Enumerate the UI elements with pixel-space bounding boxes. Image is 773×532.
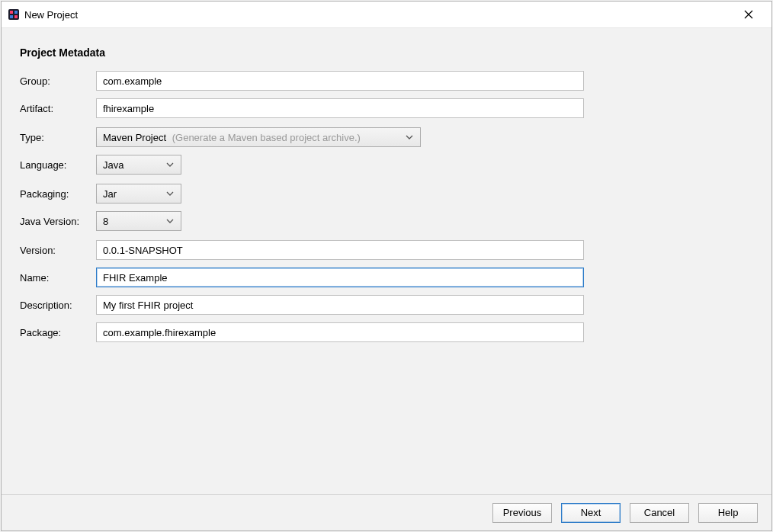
label-description: Description:	[20, 300, 96, 311]
description-field[interactable]	[96, 295, 584, 315]
window-title: New Project	[24, 9, 733, 21]
name-field[interactable]	[96, 268, 584, 287]
language-value: Java	[103, 159, 164, 171]
java-version-dropdown[interactable]: 8	[96, 211, 181, 231]
label-artifact: Artifact:	[20, 103, 96, 114]
label-type: Type:	[20, 132, 96, 143]
svg-rect-1	[10, 11, 13, 14]
app-icon	[8, 8, 20, 21]
new-project-dialog: New Project Project Metadata Group: Arti…	[1, 1, 772, 531]
label-packaging: Packaging:	[20, 188, 96, 200]
svg-rect-4	[14, 15, 18, 18]
label-language: Language:	[20, 159, 96, 171]
package-field[interactable]	[96, 322, 584, 342]
label-name: Name:	[20, 272, 96, 284]
type-hint: (Generate a Maven based project archive.…	[172, 132, 361, 143]
close-button[interactable]	[733, 3, 764, 26]
next-button[interactable]: Next	[561, 503, 621, 523]
java-version-value: 8	[103, 216, 164, 227]
svg-rect-3	[10, 15, 13, 18]
chevron-down-icon	[164, 219, 176, 223]
dialog-content: Project Metadata Group: Artifact: Type: …	[2, 27, 771, 494]
previous-button[interactable]: Previous	[492, 503, 552, 523]
chevron-down-icon	[403, 135, 415, 139]
artifact-field[interactable]	[96, 98, 584, 118]
version-field[interactable]	[96, 240, 584, 260]
group-field[interactable]	[96, 71, 584, 91]
titlebar: New Project	[2, 2, 771, 27]
label-group: Group:	[20, 75, 96, 87]
label-java-version: Java Version:	[20, 216, 96, 227]
chevron-down-icon	[164, 162, 176, 167]
svg-rect-2	[14, 11, 18, 14]
label-package: Package:	[20, 327, 96, 338]
language-dropdown[interactable]: Java	[96, 155, 181, 175]
help-button[interactable]: Help	[698, 503, 758, 523]
chevron-down-icon	[164, 191, 176, 196]
section-header: Project Metadata	[20, 46, 753, 59]
packaging-dropdown[interactable]: Jar	[96, 184, 181, 204]
dialog-footer: Previous Next Cancel Help	[2, 494, 771, 530]
type-dropdown[interactable]: Maven Project (Generate a Maven based pr…	[96, 127, 421, 147]
cancel-button[interactable]: Cancel	[630, 503, 689, 523]
packaging-value: Jar	[103, 188, 164, 200]
close-icon	[744, 10, 753, 19]
type-value: Maven Project	[103, 132, 166, 143]
label-version: Version:	[20, 245, 96, 256]
